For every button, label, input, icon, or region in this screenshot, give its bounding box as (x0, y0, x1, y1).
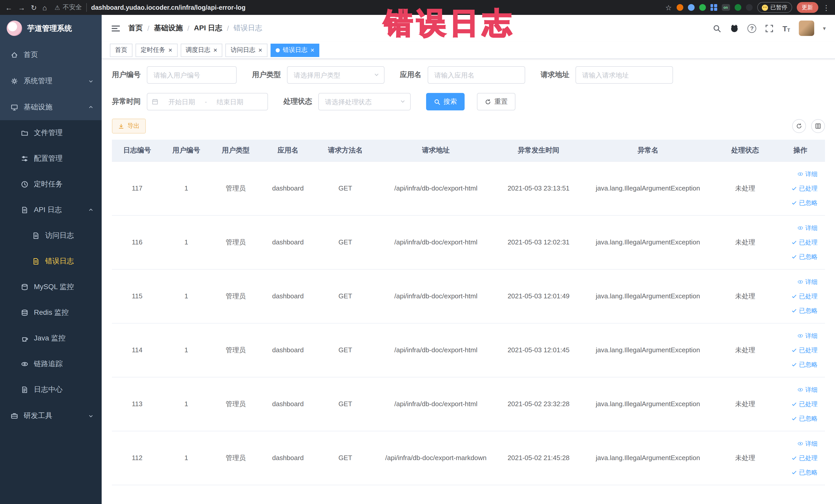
cell-time: 2021-05-03 12:02:31 (496, 215, 582, 269)
fullscreen-icon[interactable] (765, 24, 774, 33)
cell-user-type: 管理员 (210, 323, 261, 377)
sidebar-item-config-manage[interactable]: 配置管理 (0, 146, 102, 172)
sidebar-item-dev-tools[interactable]: 研发工具 (0, 403, 102, 429)
sidebar-item-home[interactable]: 首页 (0, 42, 102, 68)
sidebar-item-label: 研发工具 (24, 411, 53, 420)
mark-ignored-link[interactable]: 已忽略 (778, 249, 825, 264)
mark-processed-link[interactable]: 已处理 (778, 289, 825, 303)
sidebar-item-label: 首页 (24, 50, 38, 59)
extension-icon-green[interactable] (699, 4, 706, 11)
check-icon (791, 469, 797, 475)
start-date-input[interactable] (161, 98, 203, 105)
tab-home[interactable]: 首页 (110, 43, 133, 57)
sidebar-item-file-manage[interactable]: 文件管理 (0, 120, 102, 146)
user-id-input[interactable] (147, 66, 237, 84)
hamburger-icon[interactable] (111, 23, 121, 33)
sidebar-item-access-log[interactable]: 访问日志 (0, 223, 102, 248)
request-url-input[interactable] (575, 66, 673, 84)
sidebar-item-log-center[interactable]: 日志中心 (0, 377, 102, 403)
mark-processed-link[interactable]: 已处理 (778, 181, 825, 195)
close-icon[interactable]: × (258, 47, 262, 54)
mark-ignored-link[interactable]: 已忽略 (778, 411, 825, 425)
reload-icon[interactable]: ↻ (31, 4, 37, 11)
extension-icon-paw[interactable] (746, 4, 752, 11)
mark-processed-link[interactable]: 已处理 (778, 450, 825, 465)
tab-access-log[interactable]: 访问日志 × (225, 43, 267, 57)
forward-icon[interactable]: → (18, 4, 25, 11)
close-icon[interactable]: × (213, 47, 217, 54)
app-name-input[interactable] (428, 66, 525, 84)
sidebar-item-mysql-monitor[interactable]: MySQL 监控 (0, 274, 102, 300)
sidebar-item-infra[interactable]: 基础设施 (0, 94, 102, 120)
paused-extension-button[interactable]: 已暂停 (757, 2, 792, 13)
mark-ignored-link[interactable]: 已忽略 (778, 303, 825, 318)
extension-icon-orange[interactable] (676, 4, 683, 11)
cell-actions: 详细 已处理 已忽略 (776, 323, 825, 377)
user-avatar[interactable] (799, 21, 814, 36)
detail-link[interactable]: 详细 (778, 221, 825, 235)
eye-icon (797, 386, 803, 392)
sidebar-item-label: 配置管理 (34, 154, 63, 163)
browser-menu-icon[interactable]: ⋮ (823, 4, 830, 11)
avatar-caret-icon[interactable]: ▾ (823, 25, 826, 32)
mark-processed-link[interactable]: 已处理 (778, 343, 825, 357)
tab-dispatch-log[interactable]: 调度日志 × (180, 43, 222, 57)
cell-user-id: 1 (162, 269, 210, 323)
breadcrumb-item[interactable]: 首页 (128, 24, 143, 33)
detail-link[interactable]: 详细 (778, 382, 825, 397)
reset-button[interactable]: 重置 (477, 93, 515, 110)
mark-ignored-link[interactable]: 已忽略 (778, 357, 825, 371)
breadcrumb-item[interactable]: API 日志 (194, 24, 222, 33)
tab-error-log[interactable]: 错误日志 × (270, 43, 320, 57)
mark-processed-link[interactable]: 已处理 (778, 397, 825, 411)
detail-link[interactable]: 详细 (778, 328, 825, 343)
sidebar-item-redis-monitor[interactable]: Redis 监控 (0, 300, 102, 326)
active-tab-dot-icon (276, 48, 280, 52)
export-button[interactable]: 导出 (112, 119, 146, 134)
top-navbar: 首页 / 基础设施 / API 日志 / 错误日志 ? TT (102, 15, 835, 42)
cell-user-id: 1 (162, 431, 210, 485)
mark-ignored-link[interactable]: 已忽略 (778, 195, 825, 210)
cell-actions: 详细 已处理 已忽略 (776, 215, 825, 269)
extension-icon-grid[interactable] (710, 4, 717, 11)
github-icon[interactable] (730, 24, 739, 33)
close-icon[interactable]: × (311, 47, 314, 54)
detail-link[interactable]: 详细 (778, 275, 825, 289)
user-type-select[interactable] (287, 66, 385, 84)
extension-icon-leaf[interactable] (734, 4, 741, 11)
mark-processed-link[interactable]: 已处理 (778, 235, 825, 249)
refresh-table-button[interactable] (792, 119, 806, 133)
sidebar-item-error-log[interactable]: 错误日志 (0, 248, 102, 274)
back-icon[interactable]: ← (5, 4, 12, 11)
browser-update-button[interactable]: 更新 (796, 2, 818, 13)
sidebar-item-java-monitor[interactable]: Java 监控 (0, 326, 102, 351)
search-icon[interactable] (713, 24, 721, 33)
extension-icon-on-badge[interactable]: on (721, 4, 730, 11)
browser-home-icon[interactable]: ⌂ (42, 4, 47, 11)
sidebar-item-system[interactable]: 系统管理 (0, 68, 102, 94)
bookmark-star-icon[interactable]: ☆ (665, 4, 672, 11)
sidebar-item-label: MySQL 监控 (34, 282, 74, 292)
close-icon[interactable]: × (168, 47, 172, 54)
search-button[interactable]: 搜索 (426, 93, 465, 110)
detail-link[interactable]: 详细 (778, 436, 825, 450)
extension-icon-blue[interactable] (688, 4, 694, 11)
sidebar-item-api-log[interactable]: API 日志 (0, 197, 102, 223)
cell-status: 未处理 (715, 377, 776, 431)
address-bar[interactable]: ⚠ 不安全 dashboard.yudao.iocoder.cn/infra/l… (55, 3, 657, 12)
app-logo[interactable]: 芋道管理系统 (0, 15, 102, 42)
end-date-input[interactable] (209, 98, 251, 105)
process-status-select[interactable] (318, 93, 411, 110)
help-icon[interactable]: ? (748, 24, 756, 33)
mark-ignored-link[interactable]: 已忽略 (778, 465, 825, 479)
sidebar-item-trace[interactable]: 链路追踪 (0, 351, 102, 377)
url-text[interactable]: dashboard.yudao.iocoder.cn/infra/log/api… (91, 4, 245, 11)
security-chip[interactable]: ⚠ 不安全 (55, 3, 87, 12)
tab-scheduled-task[interactable]: 定时任务 × (136, 43, 177, 57)
font-size-icon[interactable]: TT (782, 24, 790, 33)
column-settings-button[interactable] (811, 119, 825, 133)
sidebar-item-scheduled-task[interactable]: 定时任务 (0, 172, 102, 197)
date-range-picker[interactable]: - (147, 93, 268, 110)
detail-link[interactable]: 详细 (778, 167, 825, 181)
breadcrumb-item[interactable]: 基础设施 (154, 24, 183, 33)
